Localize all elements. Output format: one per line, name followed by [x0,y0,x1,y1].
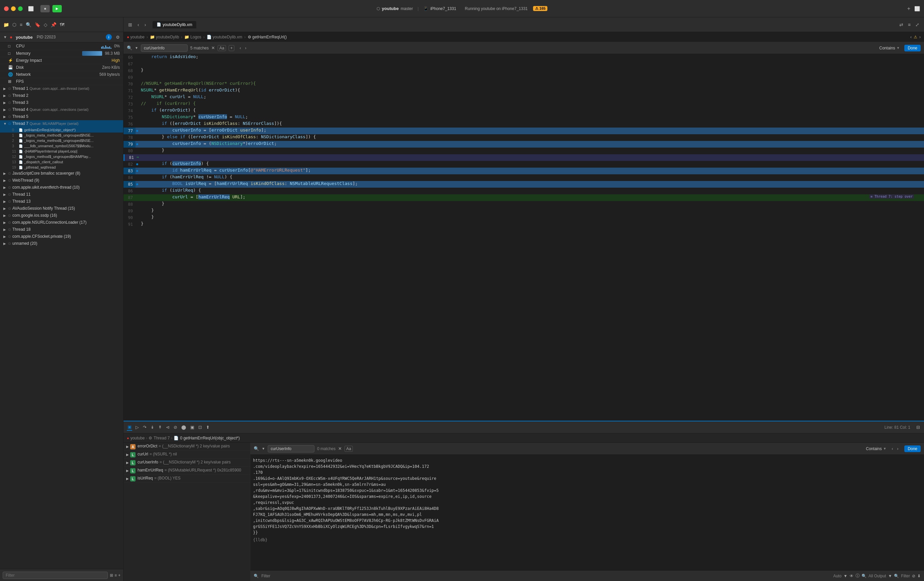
var-isUrlReq[interactable]: ▶ L isUrlReq = (BOOL) YES [124,475,250,483]
breakpoint-icon[interactable]: ⬡ [12,22,16,27]
thread-5-expand[interactable]: ▶ [3,115,7,119]
thread-4-item[interactable]: ▶ ⊙ Thread 4 Queue: com.appl...nnections… [0,106,123,113]
thread-7-item[interactable]: ▼ ⊙ Thread 7 Queue: MLHAMPlayer (serial) [0,120,123,127]
thread-1-item[interactable]: ▶ ⊙ Thread 1 Queue: com.appl...ain-threa… [0,85,123,92]
breadcrumb-file[interactable]: 📄 youtubeDylib.xm [206,35,243,40]
environment-icon[interactable]: ◇ [44,22,48,27]
minimize-button[interactable] [11,7,16,11]
thread-13-item[interactable]: ▶ ⊙ Thread 13 [0,198,123,205]
clear-btn[interactable]: ⊘ [173,424,178,431]
thread-2-expand[interactable]: ▶ [3,94,7,97]
close-button[interactable] [4,7,9,11]
bookmark-icon[interactable]: 🔖 [35,22,40,27]
search-next-btn[interactable]: › [244,45,248,51]
step-out-btn[interactable]: ↟ [158,424,163,431]
breadcrumb-func[interactable]: ⚙ getHamErrReqUrl() [248,35,287,40]
output-search-next[interactable]: › [896,446,899,451]
filter-input[interactable] [3,572,108,579]
thread-4-expand[interactable]: ▶ [3,108,7,112]
auto-dropdown[interactable]: ▼ [843,574,848,578]
thread-18-expand[interactable]: ▶ [3,228,7,231]
inspect-btn[interactable]: ⊡ [198,424,203,431]
var-isUrlReq-expand[interactable]: ▶ [126,477,129,480]
output-search-input[interactable] [268,445,314,452]
nsurlloader-thread[interactable]: ▶ ⊙ com.apple.NSURLConnectionLoader (17) [0,219,123,226]
frame-13-item[interactable]: 13 📄 _dispatch_client_callout [0,159,123,165]
nav-back-icon[interactable]: ‹ [136,21,140,28]
jscore-expand[interactable]: ▶ [3,172,7,175]
run-button[interactable]: ▶ [53,5,62,12]
output-search-clear[interactable]: ✕ [338,446,342,451]
contains-chevron[interactable]: ▼ [896,46,899,50]
pin-icon[interactable]: 📌 [51,22,56,27]
process-expand-icon[interactable]: ▼ [3,35,7,39]
thread-3-expand[interactable]: ▶ [3,101,7,104]
avaudio-expand[interactable]: ▶ [3,207,7,210]
frame-12-item[interactable]: 12 📄 _logos_method$_ungrouped$HAMPlay... [0,154,123,159]
frame-2-item[interactable]: 2 📄 _logos_meta_method$_ungrouped$NSE... [0,138,123,143]
output-contains-chevron[interactable]: ▼ [883,447,886,451]
breadcrumb-youtube[interactable]: ● youtube [127,35,145,40]
output-search-prev[interactable]: ‹ [890,446,894,451]
nav-icon[interactable]: 🗺 [60,22,64,27]
whole-word-button[interactable]: + [229,45,234,51]
thread-11-item[interactable]: ▶ ⊙ Thread 11 [0,191,123,198]
breadcrumb-youtubedylib[interactable]: 📁 youtubeDylib [150,35,179,40]
filter-list-icon[interactable]: ≡ [114,573,117,578]
search-dropdown-icon[interactable]: ▼ [135,46,138,50]
frame-3-item[interactable]: 3 📄 ___lldb_unnamed_symbol15667$$Modu... [0,143,123,149]
unnamed-thread[interactable]: ▶ ⊙ unnamed (20) [0,240,123,247]
unnamed-expand[interactable]: ▶ [3,242,7,246]
sidebar-toggle-icon[interactable]: ⬜ [28,6,34,12]
grid-icon[interactable]: ⊞ [127,21,134,28]
avaudio-thread[interactable]: ▶ ⊙ AVAudioSession Notify Thread (15) [0,205,123,212]
var-hamErrUrlReq[interactable]: ▶ L hamErrUrlReq = (NSMutableURLRequest … [124,467,250,475]
breadcrumb-warnings[interactable]: ⚠ [914,35,917,40]
split-view-icon[interactable]: ⬜ [914,6,920,12]
memory-view-btn[interactable]: ▣ [190,424,195,431]
thread-2-item[interactable]: ▶ ⊙ Thread 2 [0,92,123,99]
output-done-button[interactable]: Done [904,446,921,452]
tab-youtubedylib[interactable]: 📄 youtubeDylib.xm [153,21,196,28]
search-done-button[interactable]: Done [904,45,921,51]
var-curUserInfo-expand[interactable]: ▶ [126,461,129,464]
frame-11-item[interactable]: 11 📄 -[HAMPlayerInternal playerLoop] [0,149,123,154]
clear-output-btn[interactable]: ⊘ [912,574,915,578]
split-horizontal-icon[interactable]: ⇄ [898,21,905,28]
filter-grid-icon[interactable]: ⊞ [110,573,113,578]
search-input[interactable] [141,45,188,52]
frame-19-item[interactable]: 19 📄 _pthread_wqthread [0,165,123,170]
breadcrumb-next[interactable]: › [919,35,921,40]
watch-tab-btn[interactable]: ▷ [135,424,140,431]
thread-icon[interactable]: ≡ [20,22,22,27]
thread-18-item[interactable]: ▶ ⊙ Thread 18 [0,226,123,233]
case-sensitive-button[interactable]: Aa [218,45,226,51]
step-into-btn[interactable]: ↡ [150,424,155,431]
eventfetch-thread[interactable]: ▶ ⊙ com.apple.uikit.eventfetch-thread (1… [0,184,123,191]
output-info-icon[interactable]: ⓘ [856,573,860,579]
frame-1-item[interactable]: 1 📄 _logos_meta_method$_ungrouped$NSE... [0,132,123,138]
thread-5-item[interactable]: ▶ ⊙ Thread 5 [0,113,123,120]
breadcrumb-logos[interactable]: 📁 Logos [184,35,201,40]
var-curUrl-expand[interactable]: ▶ [126,453,129,456]
search-icon[interactable]: 🔍 [26,22,31,27]
nav-forward-icon[interactable]: › [143,21,148,28]
var-errorOrDict-expand[interactable]: ▶ [126,445,129,449]
var-hamErrUrlReq-expand[interactable]: ▶ [126,469,129,472]
expand-btn[interactable]: ⬆ [205,424,210,431]
ssdp-thread[interactable]: ▶ ⊙ com.google.ios.ssdp (16) [0,212,123,219]
webthread-expand[interactable]: ▶ [3,179,7,182]
var-curUrl[interactable]: ▶ L curUrl = (NSURL *) nil [124,451,250,459]
cfsocket-expand[interactable]: ▶ [3,235,7,238]
resize-panel-btn[interactable]: ⊟ [916,424,921,431]
thread-13-expand[interactable]: ▶ [3,200,7,203]
jscore-thread[interactable]: ▶ ⊙ JavaScriptCore bmalloc scavenger (8) [0,170,123,177]
fullscreen-icon[interactable]: ⤢ [914,21,921,28]
folder-icon[interactable]: 📁 [3,22,9,27]
jump-to-end-btn[interactable]: ⬇ [917,574,921,578]
continue-btn[interactable]: ⊲ [165,424,170,431]
breadcrumb-prev[interactable]: ‹ [910,35,912,40]
nsurlloader-expand[interactable]: ▶ [3,221,7,224]
frame-0-item[interactable]: 0 📄 getHamErrReqUrl(objc_object*) [0,127,123,132]
search-clear-icon[interactable]: ✕ [211,45,215,50]
